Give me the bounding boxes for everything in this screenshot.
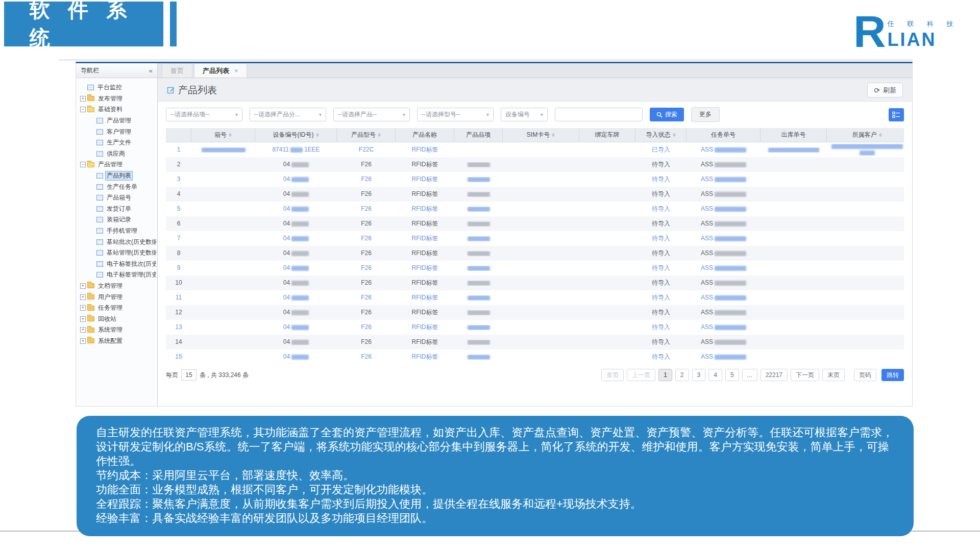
table-row[interactable]: 1504F26RFID标签待导入ASS xyxy=(166,349,904,364)
table-header-cell[interactable]: 导入状态 xyxy=(635,128,687,142)
page-button[interactable]: 3 xyxy=(692,369,706,381)
sidebar-item[interactable]: 电子标签管理(历史数据 xyxy=(77,269,156,281)
cell-text: ASS xyxy=(701,146,713,153)
filter-select[interactable]: --请选择产品--▾ xyxy=(333,108,410,121)
page-button[interactable]: 1 xyxy=(658,369,672,381)
sidebar-item[interactable]: +任务管理 xyxy=(77,303,156,314)
table-row[interactable]: 504F26RFID标签待导入ASS xyxy=(166,202,904,216)
plus-expander-icon[interactable]: + xyxy=(80,327,86,333)
minus-expander-icon[interactable]: − xyxy=(80,162,86,167)
table-row[interactable]: 904F26RFID标签待导入ASS xyxy=(166,261,904,276)
more-button[interactable]: 更多 xyxy=(691,107,720,122)
table-row[interactable]: 304F26RFID标签待导入ASS xyxy=(166,172,904,187)
sidebar-item[interactable]: +文档管理 xyxy=(77,281,156,292)
plus-expander-icon[interactable]: + xyxy=(80,96,86,102)
table-row[interactable]: 1304F26RFID标签待导入ASS xyxy=(166,320,904,335)
table-row[interactable]: 1004F26RFID标签待导入ASS xyxy=(166,276,904,290)
sidebar-item[interactable]: +系统管理 xyxy=(77,324,156,336)
page-button[interactable]: 5 xyxy=(725,369,739,381)
sort-arrows-icon[interactable] xyxy=(552,132,555,138)
sidebar-item[interactable]: +发布管理 xyxy=(77,93,156,105)
sidebar-item[interactable]: 手持机管理 xyxy=(77,226,156,237)
cell-text: ASS xyxy=(701,235,713,242)
table-row[interactable]: 1104F26RFID标签待导入ASS xyxy=(166,290,904,305)
filter-select[interactable]: --请选择品项--▾ xyxy=(166,108,242,121)
sidebar-item[interactable]: 生产文件 xyxy=(77,137,156,148)
chevron-down-icon: ▾ xyxy=(403,112,405,117)
sidebar-item[interactable]: −基础资料 xyxy=(77,104,156,115)
plus-expander-icon[interactable]: + xyxy=(80,338,86,344)
table-row[interactable]: 1204F26RFID标签待导入ASS xyxy=(166,305,904,320)
page-button[interactable]: 4 xyxy=(708,369,722,381)
sidebar-item-label: 基站批次(历史数据) xyxy=(105,237,156,247)
page-code-button[interactable]: 页码 xyxy=(854,369,876,381)
sidebar-item[interactable]: −产品管理 xyxy=(77,159,156,170)
sidebar-item[interactable]: 供应商 xyxy=(77,148,156,160)
sort-arrows-icon[interactable] xyxy=(229,132,232,138)
sidebar-item[interactable]: +用户管理 xyxy=(77,291,156,303)
plus-expander-icon[interactable]: + xyxy=(80,294,86,300)
page-button[interactable]: ... xyxy=(742,369,757,381)
table-header-cell[interactable]: 箱号 xyxy=(191,128,255,142)
tab-active[interactable]: 产品列表× xyxy=(194,63,247,78)
page-button[interactable]: 末页 xyxy=(822,369,845,381)
sort-arrows-icon[interactable] xyxy=(879,132,882,138)
sidebar-item[interactable]: 基站批次(历史数据) xyxy=(77,236,156,247)
sidebar-item[interactable]: 产品管理 xyxy=(77,115,156,127)
table-row[interactable]: 804F26RFID标签待导入ASS xyxy=(166,246,904,261)
table-header-cell[interactable]: SIM卡号 xyxy=(503,128,579,142)
sidebar-item[interactable]: 平台监控 xyxy=(77,82,156,93)
redacted-text xyxy=(291,340,309,345)
jump-button[interactable]: 跳转 xyxy=(881,369,904,381)
sidebar-item[interactable]: 装箱记录 xyxy=(77,214,156,226)
table-row[interactable]: 604F26RFID标签待导入ASS xyxy=(166,216,904,231)
sort-arrows-icon[interactable] xyxy=(316,132,319,138)
plus-expander-icon[interactable]: + xyxy=(80,283,86,289)
sidebar-item[interactable]: +系统配置 xyxy=(77,336,156,347)
page-button[interactable]: 2 xyxy=(675,369,689,381)
minus-expander-icon[interactable]: − xyxy=(80,107,86,112)
plus-expander-icon[interactable]: + xyxy=(80,305,86,311)
column-settings-button[interactable] xyxy=(889,108,904,121)
sidebar-item[interactable]: 生产任务单 xyxy=(77,181,156,192)
table-row[interactable]: 704F26RFID标签待导入ASS xyxy=(166,231,904,246)
sidebar-item[interactable]: +回收站 xyxy=(77,313,156,324)
page-button[interactable]: 首页 xyxy=(601,369,624,381)
table-row[interactable]: 1404F26RFID标签待导入ASS xyxy=(166,335,904,349)
sidebar-item[interactable]: 发货订单 xyxy=(77,204,156,215)
collapse-sidebar-icon[interactable]: « xyxy=(149,67,153,74)
refresh-button[interactable]: ⟳ 刷新 xyxy=(867,83,903,97)
search-input[interactable] xyxy=(555,108,643,121)
table-row[interactable]: 404F26RFID标签待导入ASS xyxy=(166,187,904,202)
table-header-cell[interactable]: 产品型号 xyxy=(337,128,396,142)
page-button[interactable]: 下一页 xyxy=(791,369,819,381)
filter-select[interactable]: 设备编号▾ xyxy=(501,108,548,121)
per-page-input[interactable]: 15 xyxy=(181,369,197,381)
tab-inactive[interactable]: 首页 xyxy=(162,63,192,78)
table-header-cell[interactable]: 所属客户 xyxy=(827,128,907,142)
table-cell: 待导入 xyxy=(635,339,687,345)
table-cell: RFID标签 xyxy=(396,191,454,197)
sidebar-item[interactable]: 电子标签批次(历史数据 xyxy=(77,259,156,270)
filter-select[interactable]: --请选择产品分...▾ xyxy=(250,108,326,121)
plus-expander-icon[interactable]: + xyxy=(80,316,86,322)
redacted-text xyxy=(468,162,490,167)
sort-arrows-icon[interactable] xyxy=(378,132,381,138)
sidebar-item[interactable]: 产品列表 xyxy=(77,170,156,182)
table-header-cell xyxy=(166,128,191,142)
column-label: 绑定车牌 xyxy=(595,131,620,139)
close-tab-icon[interactable]: × xyxy=(234,67,238,74)
sidebar-item[interactable]: 产品箱号 xyxy=(77,192,156,204)
page-button[interactable]: 22217 xyxy=(761,369,788,381)
table-row[interactable]: 1874111EEEF22CRFID标签已导入ASS xyxy=(166,142,904,157)
table-header-cell[interactable]: 设备编号(ID号) xyxy=(255,128,337,142)
filter-select[interactable]: --请选择型号--▾ xyxy=(417,108,494,121)
cell-text: 04 xyxy=(283,309,290,316)
page-button[interactable]: 上一页 xyxy=(627,369,655,381)
sidebar-item[interactable]: 客户管理 xyxy=(77,126,156,137)
header-divider xyxy=(59,60,913,60)
table-row[interactable]: 204F26RFID标签待导入ASS xyxy=(166,157,904,172)
search-button[interactable]: 搜索 xyxy=(650,108,684,121)
sidebar-item[interactable]: 基站管理(历史数据) xyxy=(77,247,156,259)
sort-arrows-icon[interactable] xyxy=(673,132,676,138)
